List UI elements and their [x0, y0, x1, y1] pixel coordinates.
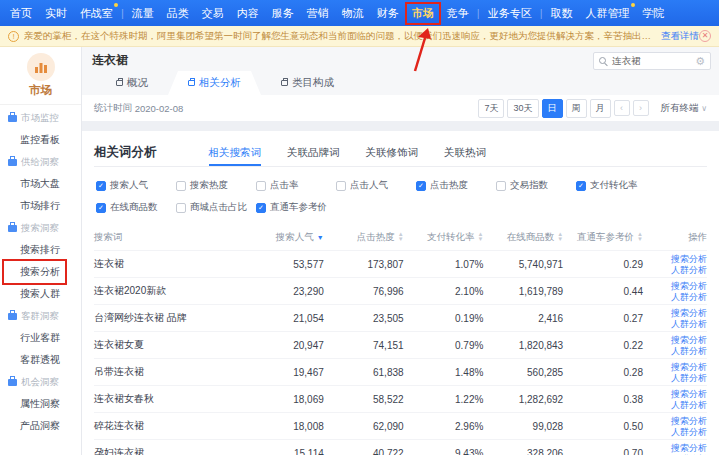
- checkbox-icon: ✓: [256, 203, 266, 213]
- briefcase-icon: [8, 313, 17, 320]
- cell-pay-conversion: 2.10%: [404, 286, 484, 297]
- subtab[interactable]: 关联热词: [444, 139, 486, 166]
- sidebar-item[interactable]: 搜索分析: [0, 261, 81, 283]
- nav-item[interactable]: 学院: [643, 6, 665, 21]
- nav-item[interactable]: 营销: [307, 6, 329, 21]
- nav-item[interactable]: 内容: [237, 6, 259, 21]
- sidebar-item-label: 供给洞察: [21, 156, 59, 169]
- search-analysis-link[interactable]: 搜索分析: [671, 281, 707, 291]
- content-header: 连衣裙 连衣裙 ⚙ 概况 相关分析 类目构成: [82, 47, 719, 95]
- crowd-analysis-link[interactable]: 人群分析: [671, 265, 707, 275]
- nav-item[interactable]: |: [121, 7, 124, 19]
- range-button[interactable]: 7天: [478, 99, 504, 118]
- table-body: 连衣裙 53,577 173,807 1.07% 5,740,971 0.29 …: [94, 250, 707, 455]
- sidebar-item[interactable]: 监控看板: [0, 129, 81, 151]
- column-header[interactable]: 点击热度 ▲▼: [324, 231, 404, 244]
- column-header[interactable]: 操作 ▲▼: [643, 231, 707, 244]
- tab[interactable]: 相关分析: [168, 71, 261, 95]
- cell-search-popularity: 15,114: [244, 448, 324, 455]
- filter-checkbox[interactable]: ✓ 点击人气: [336, 179, 416, 192]
- nav-item[interactable]: 物流: [342, 6, 364, 21]
- tab[interactable]: 类目构成: [261, 71, 354, 95]
- settings-gear-icon[interactable]: ⚙: [695, 56, 705, 67]
- sidebar-item[interactable]: 产品洞察: [0, 415, 81, 437]
- crowd-analysis-link[interactable]: 人群分析: [671, 346, 707, 356]
- sidebar-item[interactable]: 搜索排行: [0, 239, 81, 261]
- nav-item[interactable]: |: [540, 7, 543, 19]
- subtab[interactable]: 关联修饰词: [366, 139, 419, 166]
- subtab[interactable]: 相关搜索词: [209, 139, 262, 166]
- terminal-select[interactable]: 所有终端 ∨: [661, 102, 708, 115]
- nav-item[interactable]: 品类: [167, 6, 189, 21]
- filter-checkbox[interactable]: ✓ 交易指数: [496, 179, 576, 192]
- nav-item[interactable]: 人群管理: [586, 6, 630, 21]
- subtab[interactable]: 关联品牌词: [287, 139, 340, 166]
- sidebar-item[interactable]: 供给洞察: [0, 151, 81, 173]
- range-button[interactable]: ‹: [614, 100, 630, 116]
- keyword-search-input[interactable]: 连衣裙 ⚙: [593, 52, 711, 70]
- search-analysis-link[interactable]: 搜索分析: [671, 389, 707, 399]
- sidebar-item[interactable]: 机会洞察: [0, 371, 81, 393]
- crowd-analysis-link[interactable]: 人群分析: [671, 427, 707, 437]
- search-analysis-link[interactable]: 搜索分析: [671, 308, 707, 318]
- tab[interactable]: 概况: [96, 71, 168, 95]
- sidebar-item[interactable]: 搜索人群: [0, 283, 81, 305]
- sidebar-item[interactable]: 属性洞察: [0, 393, 81, 415]
- sidebar-item[interactable]: 搜索洞察: [0, 217, 81, 239]
- nav-item-label: 财务: [377, 7, 399, 19]
- crowd-analysis-link[interactable]: 人群分析: [671, 319, 707, 329]
- filter-checkbox[interactable]: ✓ 点击热度: [416, 179, 496, 192]
- column-label: 在线商品数: [507, 231, 555, 244]
- sidebar-item[interactable]: 市场监控: [0, 107, 81, 129]
- filter-checkbox[interactable]: ✓ 点击率: [256, 179, 336, 192]
- search-analysis-link[interactable]: 搜索分析: [671, 254, 707, 264]
- sidebar-item[interactable]: 市场排行: [0, 195, 81, 217]
- filter-checkbox[interactable]: ✓ 搜索人气: [96, 179, 176, 192]
- nav-item[interactable]: 服务: [272, 6, 294, 21]
- nav-item[interactable]: 实时: [45, 6, 67, 21]
- sidebar-item[interactable]: 行业客群: [0, 327, 81, 349]
- range-button[interactable]: 周: [566, 99, 587, 118]
- filter-checkbox[interactable]: ✓ 商城点击占比: [176, 201, 256, 214]
- search-analysis-link[interactable]: 搜索分析: [671, 362, 707, 372]
- nav-item[interactable]: 取数: [551, 6, 573, 21]
- close-icon[interactable]: ✕: [699, 30, 711, 42]
- range-button[interactable]: 30天: [507, 99, 538, 118]
- range-button[interactable]: ›: [633, 100, 649, 116]
- crowd-analysis-link[interactable]: 人群分析: [671, 373, 707, 383]
- sidebar-item[interactable]: 客群透视: [0, 349, 81, 371]
- nav-item[interactable]: 财务: [377, 6, 399, 21]
- cell-actions: 搜索分析 人群分析: [643, 335, 707, 356]
- nav-item[interactable]: 首页: [10, 6, 32, 21]
- search-analysis-link[interactable]: 搜索分析: [671, 335, 707, 345]
- crowd-analysis-link[interactable]: 人群分析: [671, 400, 707, 410]
- cell-online-items: 1,820,843: [483, 340, 563, 351]
- column-header[interactable]: 直通车参考价 ▲▼: [563, 231, 643, 244]
- crowd-analysis-link[interactable]: 人群分析: [671, 292, 707, 302]
- column-header[interactable]: 在线商品数 ▲▼: [483, 231, 563, 244]
- sidebar-item[interactable]: 市场大盘: [0, 173, 81, 195]
- filter-checkbox[interactable]: ✓ 支付转化率: [576, 179, 656, 192]
- filter-checkbox[interactable]: ✓ 搜索热度: [176, 179, 256, 192]
- nav-item-label: 服务: [272, 7, 294, 19]
- nav-item[interactable]: |: [477, 7, 480, 19]
- cell-ztc-price: 0.50: [563, 421, 643, 432]
- nav-item[interactable]: 流量: [132, 6, 154, 21]
- nav-item[interactable]: 竞争: [447, 6, 469, 21]
- range-button[interactable]: 月: [590, 99, 611, 118]
- sidebar-item[interactable]: 客群洞察: [0, 305, 81, 327]
- filter-checkbox[interactable]: ✓ 在线商品数: [96, 201, 176, 214]
- column-header[interactable]: 支付转化率 ▲▼: [404, 231, 484, 244]
- range-button[interactable]: 日: [542, 99, 563, 118]
- nav-item[interactable]: 市场: [412, 6, 434, 21]
- column-header[interactable]: 搜索词 ▲▼: [94, 231, 244, 244]
- filter-label: 在线商品数: [110, 201, 158, 214]
- filter-checkbox[interactable]: ✓ 直通车参考价: [256, 201, 336, 214]
- nav-item[interactable]: 交易: [202, 6, 224, 21]
- search-analysis-link[interactable]: 搜索分析: [671, 416, 707, 426]
- nav-item[interactable]: 业务专区: [488, 6, 532, 21]
- column-header[interactable]: 搜索人气 ▲▼: [244, 231, 324, 244]
- search-analysis-link[interactable]: 搜索分析: [671, 443, 707, 453]
- notice-detail-link[interactable]: 查看详情: [661, 30, 699, 43]
- nav-item[interactable]: 作战室: [80, 6, 113, 21]
